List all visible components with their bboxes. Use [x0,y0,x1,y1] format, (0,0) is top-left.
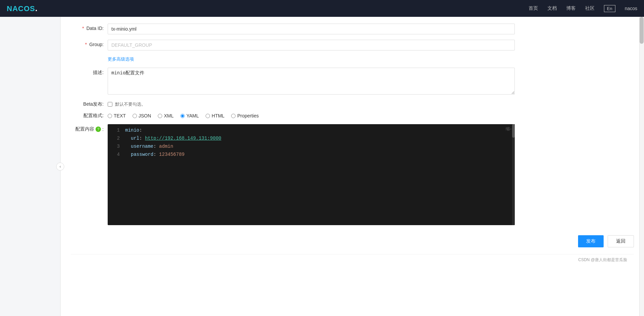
desc-textarea[interactable]: minio配置文件 [108,68,515,95]
data-id-input[interactable] [108,24,515,34]
code-line-1: 1 minio: [108,128,515,136]
format-properties[interactable]: Properties [231,113,259,118]
code-editor-label: 配置内容 ? : [71,124,108,132]
format-text-radio[interactable] [108,114,112,118]
page-wrapper: ‹ * Data ID: * Group: [0,17,644,316]
sidebar: ‹ [0,17,61,316]
form-actions: 发布 返回 [71,232,634,254]
format-html[interactable]: HTML [206,113,224,118]
footer-text: CSDN @唐人街都是苦瓜脸 [578,257,627,262]
nav-links: 首页 文档 博客 社区 En nacos [529,5,637,12]
lang-button[interactable]: En [604,5,615,12]
line-num-2: 2 [112,136,120,141]
beta-label: Beta发布: [71,101,108,107]
data-id-wrap [108,24,515,34]
nav-user: nacos [625,6,637,11]
publish-button[interactable]: 发布 [578,235,604,247]
nav-docs[interactable]: 文档 [547,5,557,11]
format-json[interactable]: JSON [133,113,151,118]
line-content-2: url: http://192.168.149.131:9000 [125,136,221,141]
beta-checkbox[interactable] [108,102,112,107]
logo-nacos: NACOS [7,4,35,13]
code-line-4: 4 password: 123456789 [108,152,515,160]
format-text[interactable]: TEXT [108,113,126,118]
advanced-row: 更多高级选项 [71,56,634,62]
group-required: * [85,42,87,47]
desc-label: 描述: [71,68,108,76]
line-num-3: 3 [112,144,120,149]
beta-hint: 默认不要勾选。 [115,101,146,107]
line-content-1: minio: [125,128,142,133]
format-row: 配置格式: TEXT JSON XML YAML [71,113,634,119]
desc-row: 描述: minio配置文件 [71,68,634,96]
group-row: * Group: [71,40,634,50]
data-id-row: * Data ID: [71,24,634,34]
group-input[interactable] [108,40,515,50]
editor-scrollbar[interactable] [512,124,515,225]
main-content: * Data ID: * Group: 更多高级选项 [61,17,644,316]
code-editor-wrap: 缩← 1 minio: 2 [108,124,515,225]
code-toolbar: 缩← [506,126,512,132]
format-properties-radio[interactable] [231,114,236,118]
line-content-3: username: admin [125,144,173,149]
page-scrollbar[interactable] [639,17,644,316]
beta-row: Beta发布: 默认不要勾选。 [71,101,634,107]
back-button[interactable]: 返回 [608,235,634,247]
line-num-4: 4 [112,152,120,157]
page-footer: CSDN @唐人街都是苦瓜脸 [71,254,634,266]
format-xml-radio[interactable] [158,114,162,118]
page-scroll-thumb [640,17,644,44]
top-nav: NACOS. 首页 文档 博客 社区 En nacos [0,0,644,17]
group-label: * Group: [71,40,108,47]
data-id-label: * Data ID: [71,24,108,31]
code-editor-row: 配置内容 ? : 缩← 1 minio: [71,124,634,225]
editor-scroll-thumb [512,124,515,138]
format-label: 配置格式: [71,113,108,119]
advanced-options-link[interactable]: 更多高级选项 [108,57,134,62]
nav-community[interactable]: 社区 [585,5,595,11]
help-icon[interactable]: ? [96,127,101,132]
format-yaml[interactable]: YAML [180,113,199,118]
code-line-3: 3 username: admin [108,144,515,152]
format-options: TEXT JSON XML YAML HTML [108,113,259,118]
data-id-required: * [82,26,84,31]
format-yaml-radio[interactable] [180,114,185,118]
desc-wrap: minio配置文件 [108,68,515,96]
code-line-2: 2 url: http://192.168.149.131:9000 [108,136,515,144]
beta-content: 默认不要勾选。 [108,101,146,107]
line-num-1: 1 [112,128,120,133]
line-content-4: password: 123456789 [125,152,184,157]
format-xml[interactable]: XML [158,113,174,118]
sidebar-collapse-button[interactable]: ‹ [56,163,64,171]
format-json-radio[interactable] [133,114,137,118]
nav-blog[interactable]: 博客 [566,5,576,11]
logo-dot: . [35,4,38,13]
code-lines: 1 minio: 2 url: http://192.168.149.131:9… [108,128,515,160]
logo: NACOS. [7,4,38,13]
group-wrap [108,40,515,50]
code-editor[interactable]: 缩← 1 minio: 2 [108,124,515,225]
format-html-radio[interactable] [206,114,210,118]
nav-home[interactable]: 首页 [529,5,538,11]
